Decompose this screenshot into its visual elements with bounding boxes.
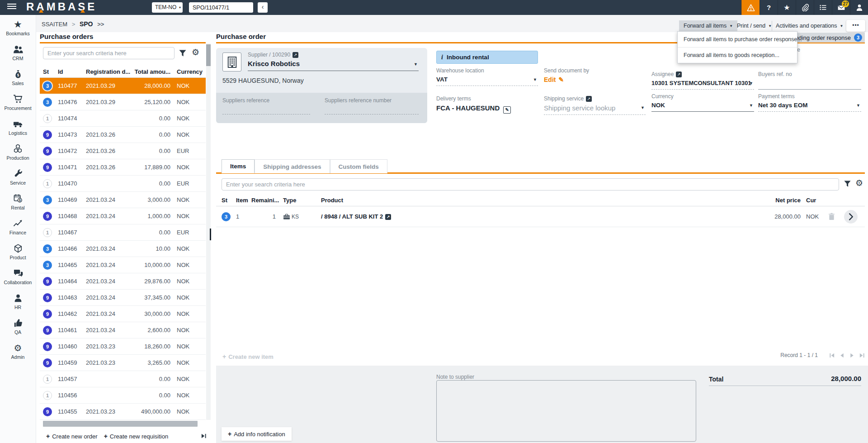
sidebar-item-product[interactable]: Product [0, 239, 36, 264]
module-select[interactable]: TEM-NO▾ [152, 2, 183, 13]
order-row-110455[interactable]: 91104552021.03.23490,000.00NOK [40, 404, 206, 420]
panel-splitter-handle[interactable] [210, 229, 211, 240]
prev-page-button[interactable] [839, 352, 845, 358]
order-row-110461[interactable]: 91104612021.03.242,600.00NOK [40, 322, 206, 338]
last-page-button[interactable] [859, 352, 865, 358]
add-info-notification-button[interactable]: +Add info notification [222, 427, 292, 441]
sidebar-item-collaboration[interactable]: Collaboration [0, 264, 36, 289]
create-new-requisition-button[interactable]: +Create new requisition [104, 433, 169, 440]
col-registration-date[interactable]: Registration d... [86, 68, 134, 75]
attachments-button[interactable] [796, 0, 814, 15]
sidebar-item-production[interactable]: Production [0, 139, 36, 164]
external-link-icon[interactable] [292, 52, 298, 58]
activities-operations-button[interactable]: Activities and operations [776, 21, 843, 30]
filter-button[interactable] [179, 49, 187, 57]
sidebar-item-crm[interactable]: CRM [0, 40, 36, 65]
suppliers-reference-input[interactable] [222, 114, 310, 114]
items-filter-button[interactable] [844, 180, 851, 188]
tab-items[interactable]: Items [222, 159, 255, 173]
currency-field[interactable]: Currency NOK [651, 93, 754, 112]
sidebar-item-admin[interactable]: ⚙Admin [0, 338, 36, 363]
col-total-amount[interactable]: Total amou... [134, 68, 170, 75]
external-link-icon[interactable] [676, 71, 682, 77]
sidebar-item-bookmarks[interactable]: ★Bookmarks [0, 15, 36, 40]
first-page-button[interactable] [829, 352, 835, 358]
item-product[interactable]: / 8948 / ALT SUB KIT 2 [314, 213, 751, 220]
tab-custom-fields[interactable]: Custom fields [330, 159, 387, 173]
order-row-110470[interactable]: 11104700.00EUR [40, 176, 206, 192]
order-row-110465[interactable]: 31104652021.03.2410,000.00NOK [40, 257, 206, 273]
shipping-service-field[interactable]: Shipping service Shipping service lookup [544, 95, 646, 115]
horizontal-scrollbar[interactable] [43, 421, 198, 427]
sidebar-item-hr[interactable]: HR [0, 289, 36, 314]
sidebar-item-sales[interactable]: $Sales [0, 65, 36, 90]
payment-terms-field[interactable]: Payment terms Net 30 days EOM [758, 93, 861, 112]
order-row-110462[interactable]: 91104622021.03.2430,000.00NOK [40, 306, 206, 322]
order-row-110476[interactable]: 31104762021.03.2925,120.00NOK [40, 94, 206, 110]
items-search-input[interactable] [222, 178, 839, 191]
order-row-110477[interactable]: 31104772021.03.2928,000.00NOK [40, 78, 206, 94]
delivery-terms-field[interactable]: Delivery terms FCA - HAUGESUND [436, 95, 538, 116]
order-row-110471[interactable]: 91104712021.03.2617,889.00NOK [40, 159, 206, 176]
menu-item-1[interactable]: Forward all items to purchase order resp… [678, 32, 797, 47]
order-row-110469[interactable]: 31104692021.03.243,000.00NOK [40, 192, 206, 208]
note-to-supplier-textarea[interactable] [436, 380, 696, 442]
back-button[interactable]: ‹ [258, 2, 268, 13]
next-page-button[interactable] [849, 352, 855, 358]
settings-button[interactable]: ⚙ [192, 48, 199, 57]
order-row-110473[interactable]: 91104732021.03.260.00NOK [40, 127, 206, 143]
order-row-110467[interactable]: 11104670.00EUR [40, 224, 206, 241]
order-row-110463[interactable]: 91104632021.03.2437,345.00NOK [40, 290, 206, 306]
menu-item-2[interactable]: Forward all items to goods reception... [678, 47, 797, 63]
sidebar-item-qa[interactable]: QA [0, 314, 36, 338]
help-button[interactable]: ? [760, 0, 778, 15]
hamburger-menu-icon[interactable] [7, 4, 16, 11]
order-row-110472[interactable]: 91104722021.03.260.00EUR [40, 143, 206, 159]
edit-link[interactable]: Edit [544, 76, 556, 83]
delete-item-button[interactable] [823, 213, 840, 220]
assignee-field[interactable]: Assignee 10301 SYSTEMCONSULTANT 10301 [651, 71, 754, 90]
breadcrumb-current[interactable]: SPO [80, 20, 93, 28]
breadcrumb-root[interactable]: SSAITEM [42, 21, 67, 28]
order-row-110456[interactable]: 11104560.00NOK [40, 387, 206, 404]
items-settings-button[interactable]: ⚙ [855, 179, 863, 187]
sidebar-item-rental[interactable]: $Rental [0, 189, 36, 214]
scrollbar-thumb[interactable] [206, 44, 211, 66]
external-link-icon[interactable] [586, 96, 592, 102]
open-item-button[interactable] [844, 210, 858, 224]
order-row-110468[interactable]: 91104682021.03.241,000.00NOK [40, 208, 206, 224]
order-row-110466[interactable]: 31104662021.03.2410.00NOK [40, 241, 206, 257]
sidebar-item-service[interactable]: Service [0, 164, 36, 189]
document-ref-input[interactable] [189, 2, 253, 13]
buyers-ref-field[interactable]: Buyers ref. no [758, 71, 861, 90]
messages-button[interactable]: 27 [832, 0, 850, 15]
warehouse-location-field[interactable]: Warehouse location VAT [436, 67, 538, 86]
col-id[interactable]: Id [58, 68, 86, 75]
favorites-button[interactable]: ★ [778, 0, 796, 15]
warning-button[interactable] [741, 0, 760, 15]
sidebar-item-logistics[interactable]: Logistics [0, 114, 36, 139]
sidebar-item-finance[interactable]: Finance [0, 214, 36, 239]
orders-search-input[interactable] [43, 47, 175, 59]
order-row-110474[interactable]: 11104740.00NOK [40, 110, 206, 127]
print-send-button[interactable]: Print / send [737, 21, 772, 30]
external-link-icon[interactable] [385, 214, 391, 220]
order-row-110459[interactable]: 91104592021.03.233,265.00NOK [40, 355, 206, 371]
more-options-button[interactable]: ••• [846, 20, 865, 32]
order-row-110464[interactable]: 91104642021.03.2429,876.00NOK [40, 273, 206, 290]
inbound-rental-banner[interactable]: i Inbound rental [436, 51, 538, 64]
forward-all-items-button[interactable]: Forward all items [679, 20, 737, 31]
expand-panel-button[interactable] [201, 433, 207, 439]
item-row[interactable]: 3 1 1 KS / 8948 / ALT SUB KIT 2 28,000.0… [216, 206, 865, 227]
create-new-order-button[interactable]: +Create new order [46, 433, 98, 440]
breadcrumb[interactable]: SSAITEM > SPO >> [42, 20, 104, 28]
order-row-110460[interactable]: 91104602021.03.2318,260.00NOK [40, 338, 206, 355]
order-row-110457[interactable]: 11104570.00NOK [40, 371, 206, 387]
supplier-select[interactable]: Krisco Robotics [248, 60, 419, 71]
profile-button[interactable] [850, 0, 868, 15]
tasks-button[interactable] [814, 0, 832, 15]
sidebar-item-procurement[interactable]: Procurement [0, 90, 36, 114]
tab-shipping-addresses[interactable]: Shipping addresses [255, 159, 330, 173]
edit-icon[interactable] [503, 106, 511, 114]
suppliers-reference-number-input[interactable] [325, 114, 419, 114]
